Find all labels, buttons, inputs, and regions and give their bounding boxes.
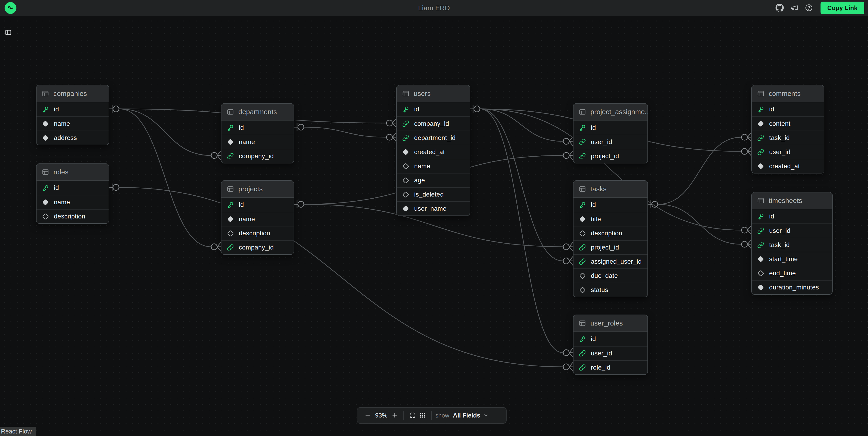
column-comments-created_at[interactable]: created_at bbox=[752, 159, 824, 173]
column-project_assignments-id[interactable]: id bbox=[574, 121, 647, 135]
show-mode-select[interactable]: All Fields bbox=[453, 412, 489, 419]
column-users-is_deleted[interactable]: is_deleted bbox=[397, 187, 470, 201]
toolbar-divider bbox=[431, 411, 432, 420]
table-project_assignments[interactable]: project_assignme... id user_id project_i… bbox=[573, 103, 648, 163]
column-roles-id[interactable]: id bbox=[36, 181, 109, 195]
table-departments[interactable]: departments id name company_id bbox=[221, 103, 294, 163]
table-icon bbox=[579, 319, 586, 327]
table-rows: id title description project_id assigned… bbox=[574, 198, 647, 297]
column-comments-id[interactable]: id bbox=[752, 102, 824, 117]
column-users-created_at[interactable]: created_at bbox=[397, 145, 470, 159]
table-header[interactable]: project_assignme... bbox=[574, 104, 647, 121]
column-timesheets-start_time[interactable]: start_time bbox=[752, 252, 832, 266]
nullable-icon bbox=[402, 163, 409, 169]
header-actions: Copy Link bbox=[773, 0, 864, 16]
column-users-user_name[interactable]: user_name bbox=[397, 201, 470, 216]
table-tasks[interactable]: tasks id title description project_id as… bbox=[573, 180, 648, 297]
column-project_assignments-user_id[interactable]: user_id bbox=[574, 135, 647, 149]
column-comments-user_id[interactable]: user_id bbox=[752, 145, 824, 159]
react-flow-attribution[interactable]: React Flow bbox=[0, 427, 36, 436]
table-header[interactable]: projects bbox=[221, 181, 293, 198]
tidy-up-button[interactable] bbox=[417, 410, 428, 421]
copy-link-button[interactable]: Copy Link bbox=[820, 2, 864, 14]
table-projects[interactable]: projects id name description company_id bbox=[221, 180, 294, 255]
toolbar-divider bbox=[403, 411, 404, 420]
primary-key-icon bbox=[227, 201, 234, 208]
table-user_roles[interactable]: user_roles id user_id role_id bbox=[573, 315, 648, 375]
primary-key-icon bbox=[402, 106, 409, 113]
zoom-out-button[interactable] bbox=[363, 410, 373, 421]
column-companies-name[interactable]: name bbox=[36, 117, 109, 131]
table-header[interactable]: user_roles bbox=[574, 315, 647, 332]
column-roles-description[interactable]: description bbox=[36, 209, 109, 223]
table-header[interactable]: departments bbox=[221, 104, 293, 121]
column-timesheets-duration_minutes[interactable]: duration_minutes bbox=[752, 280, 832, 294]
table-header[interactable]: comments bbox=[752, 85, 824, 102]
column-users-age[interactable]: age bbox=[397, 173, 470, 187]
table-header[interactable]: tasks bbox=[574, 181, 647, 198]
not-null-icon bbox=[757, 256, 764, 262]
column-departments-name[interactable]: name bbox=[221, 135, 293, 149]
table-roles[interactable]: roles id name description bbox=[36, 163, 109, 224]
column-user_roles-id[interactable]: id bbox=[574, 332, 647, 346]
erd-canvas[interactable]: 93% show All Fields React Flow companies… bbox=[0, 16, 868, 436]
table-header[interactable]: companies bbox=[36, 85, 109, 102]
table-companies[interactable]: companies id name address bbox=[36, 85, 109, 145]
column-comments-content[interactable]: content bbox=[752, 117, 824, 131]
table-icon bbox=[226, 108, 234, 116]
foreign-key-icon bbox=[757, 134, 764, 141]
table-rows: id company_id department_id created_at n… bbox=[397, 102, 470, 216]
table-comments[interactable]: comments id content task_id user_id crea… bbox=[751, 85, 825, 174]
column-projects-description[interactable]: description bbox=[221, 226, 293, 240]
foreign-key-icon bbox=[227, 153, 234, 160]
not-null-icon bbox=[227, 138, 234, 146]
column-tasks-assigned_user_id[interactable]: assigned_user_id bbox=[574, 254, 647, 269]
sidebar-toggle-button[interactable] bbox=[3, 28, 13, 37]
column-users-department_id[interactable]: department_id bbox=[397, 131, 470, 145]
column-users-company_id[interactable]: company_id bbox=[397, 117, 470, 131]
foreign-key-icon bbox=[227, 244, 234, 251]
fit-view-button[interactable] bbox=[407, 410, 417, 421]
column-tasks-due_date[interactable]: due_date bbox=[574, 269, 647, 283]
help-icon bbox=[805, 4, 813, 12]
column-users-name[interactable]: name bbox=[397, 159, 470, 173]
table-header[interactable]: users bbox=[397, 85, 470, 102]
table-title: roles bbox=[54, 168, 68, 176]
table-header[interactable]: roles bbox=[36, 164, 109, 181]
column-user_roles-user_id[interactable]: user_id bbox=[574, 346, 647, 360]
column-projects-company_id[interactable]: company_id bbox=[221, 240, 293, 254]
zoom-in-button[interactable] bbox=[390, 410, 400, 421]
column-roles-name[interactable]: name bbox=[36, 195, 109, 209]
column-departments-id[interactable]: id bbox=[221, 121, 293, 135]
nullable-icon bbox=[42, 213, 49, 220]
column-companies-address[interactable]: address bbox=[36, 131, 109, 145]
column-timesheets-end_time[interactable]: end_time bbox=[752, 266, 832, 280]
column-users-id[interactable]: id bbox=[397, 102, 470, 117]
column-companies-id[interactable]: id bbox=[36, 102, 109, 117]
github-button[interactable] bbox=[773, 2, 786, 14]
column-comments-task_id[interactable]: task_id bbox=[752, 131, 824, 145]
page-title: Liam ERD bbox=[418, 0, 450, 16]
column-tasks-id[interactable]: id bbox=[574, 198, 647, 212]
column-tasks-description[interactable]: description bbox=[574, 226, 647, 240]
column-projects-name[interactable]: name bbox=[221, 212, 293, 226]
column-project_assignments-project_id[interactable]: project_id bbox=[574, 149, 647, 163]
column-user_roles-role_id[interactable]: role_id bbox=[574, 360, 647, 374]
help-button[interactable] bbox=[803, 2, 815, 14]
table-header[interactable]: timesheets bbox=[752, 192, 832, 209]
column-timesheets-user_id[interactable]: user_id bbox=[752, 223, 832, 238]
column-tasks-project_id[interactable]: project_id bbox=[574, 240, 647, 254]
column-tasks-status[interactable]: status bbox=[574, 283, 647, 297]
table-timesheets[interactable]: timesheets id user_id task_id start_time… bbox=[751, 192, 833, 295]
column-tasks-title[interactable]: title bbox=[574, 212, 647, 226]
liam-logo[interactable]: ℓ bbox=[5, 2, 17, 14]
column-departments-company_id[interactable]: company_id bbox=[221, 149, 293, 163]
column-timesheets-task_id[interactable]: task_id bbox=[752, 238, 832, 252]
release-notes-button[interactable] bbox=[788, 2, 800, 14]
column-timesheets-id[interactable]: id bbox=[752, 209, 832, 223]
grid-dots-icon bbox=[419, 412, 426, 419]
column-projects-id[interactable]: id bbox=[221, 198, 293, 212]
table-users[interactable]: users id company_id department_id create… bbox=[396, 85, 470, 216]
table-rows: id content task_id user_id created_at bbox=[752, 102, 824, 173]
primary-key-icon bbox=[579, 201, 586, 208]
